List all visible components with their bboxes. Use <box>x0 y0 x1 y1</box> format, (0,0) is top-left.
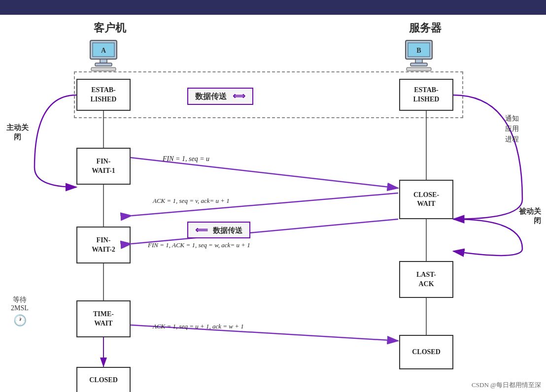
state-time-wait: TIME-WAIT <box>76 300 131 337</box>
svg-text:B: B <box>416 47 421 54</box>
svg-text:A: A <box>101 47 106 54</box>
state-close-wait: CLOSE-WAIT <box>399 180 453 219</box>
watermark: CSDN @每日都用情至深 <box>472 381 541 390</box>
msg-fin-ack: FIN = 1, ACK = 1, seq = w, ack= u + 1 <box>148 241 250 249</box>
server-label: 服务器 <box>409 21 442 35</box>
computer-server: B <box>402 39 436 71</box>
computer-client: A <box>86 39 121 71</box>
svg-rect-9 <box>415 59 422 63</box>
svg-line-18 <box>132 219 398 244</box>
title-bar <box>0 0 546 15</box>
state-fin-wait-1: FIN-WAIT-1 <box>76 148 131 185</box>
main-container: 客户机 服务器 A B <box>0 0 546 392</box>
data-transfer-label-2: ⟸ 数据传送 <box>187 222 250 238</box>
state-last-ack: LAST-ACK <box>399 261 453 298</box>
diagram: 客户机 服务器 A B <box>0 15 546 392</box>
notify-label: 通知应用进程 <box>505 113 519 144</box>
svg-rect-3 <box>100 59 107 63</box>
active-close-label: 主动关闭 <box>5 123 30 142</box>
msg-fin1: FIN = 1, seq = u <box>163 155 209 163</box>
svg-rect-4 <box>95 63 112 66</box>
msg-ack2: ACK = 1, seq = u + 1, ack = w + 1 <box>153 323 244 330</box>
state-estab-client: ESTAB-LISHED <box>76 79 131 111</box>
svg-rect-10 <box>410 63 427 66</box>
svg-rect-11 <box>407 67 431 71</box>
state-estab-server: ESTAB-LISHED <box>399 79 453 111</box>
svg-rect-5 <box>91 67 116 71</box>
passive-close-label: 被动关闭 <box>516 207 541 226</box>
wait-2msl-label: 等待 2MSL 🕐 <box>5 295 34 327</box>
state-closed-server: CLOSED <box>399 335 453 369</box>
data-transfer-label-1: 数据传送 ⟺ <box>187 88 253 105</box>
state-closed-client: CLOSED <box>76 367 131 392</box>
state-fin-wait-2: FIN-WAIT-2 <box>76 227 131 263</box>
msg-ack1: ACK = 1, seq = v, ack= u + 1 <box>153 197 230 205</box>
client-label: 客户机 <box>94 21 126 35</box>
